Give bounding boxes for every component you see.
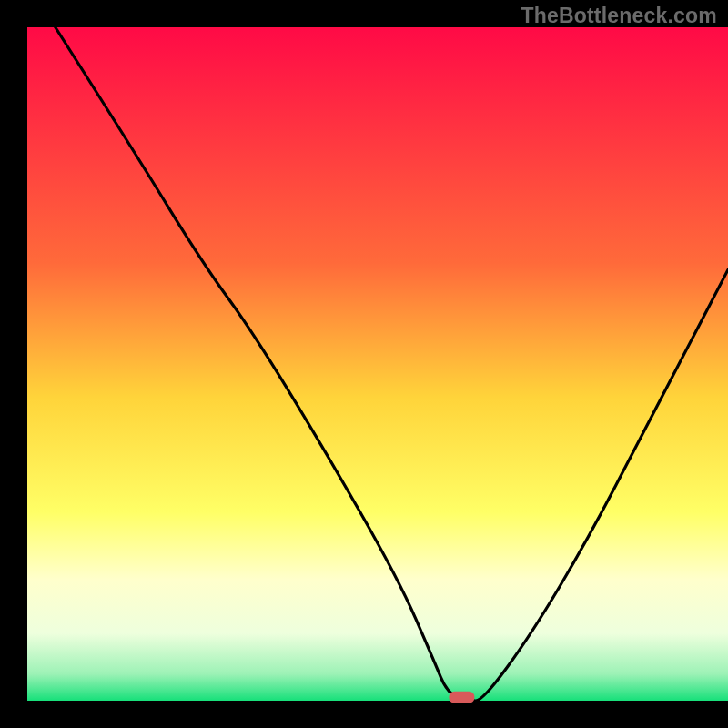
optimal-marker bbox=[449, 692, 474, 703]
bottleneck-chart bbox=[0, 0, 728, 728]
chart-frame: TheBottleneck.com bbox=[0, 0, 728, 728]
watermark-text: TheBottleneck.com bbox=[521, 4, 717, 28]
plot-background bbox=[27, 27, 728, 701]
